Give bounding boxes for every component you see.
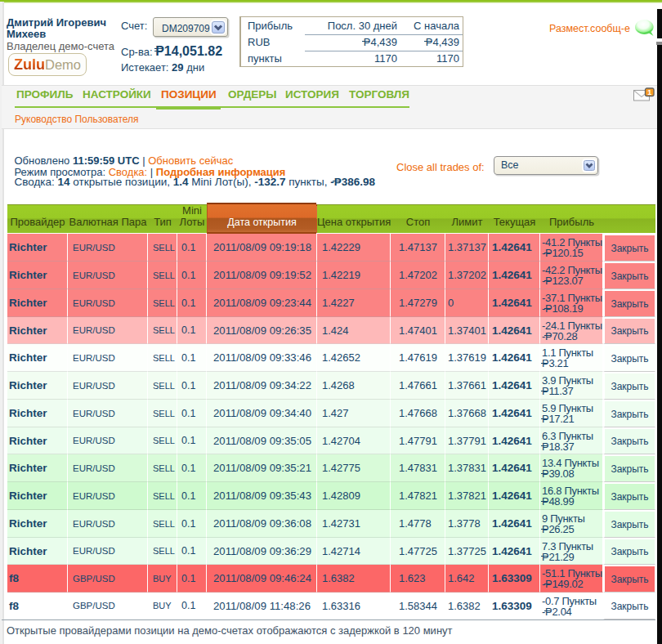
svg-text:1: 1 [647,88,651,96]
